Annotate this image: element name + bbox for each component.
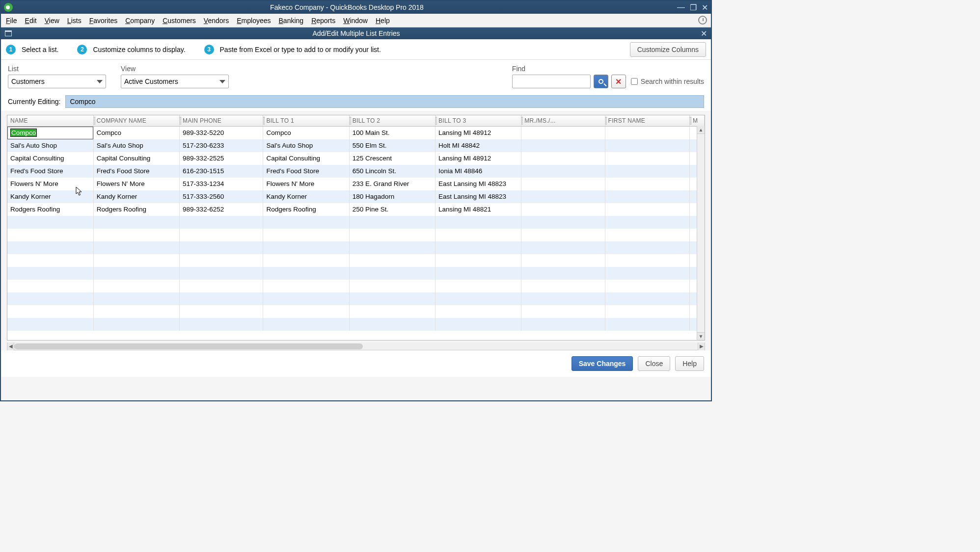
table-cell[interactable]: [521, 165, 605, 178]
scroll-right-icon[interactable]: ▶: [698, 342, 705, 350]
data-table[interactable]: NAMECOMPANY NAMEMAIN PHONEBILL TO 1BILL …: [7, 115, 705, 331]
table-cell[interactable]: [521, 216, 605, 229]
table-cell[interactable]: 616-230-1515: [180, 165, 263, 178]
column-header[interactable]: COMPANY NAME: [93, 115, 179, 127]
menu-item-window[interactable]: Window: [343, 17, 368, 25]
table-cell[interactable]: [605, 305, 689, 318]
table-cell[interactable]: [605, 229, 689, 241]
table-cell[interactable]: [349, 229, 435, 241]
table-cell[interactable]: [263, 254, 349, 267]
table-cell[interactable]: [7, 318, 93, 331]
table-cell[interactable]: [605, 127, 689, 139]
table-cell[interactable]: [180, 267, 263, 280]
table-cell[interactable]: [605, 203, 689, 216]
table-cell[interactable]: East Lansing MI 48823: [435, 178, 521, 190]
menu-item-file[interactable]: File: [6, 17, 17, 25]
table-cell[interactable]: Kandy Korner: [7, 190, 93, 203]
table-row[interactable]: Sal's Auto ShopSal's Auto Shop517-230-62…: [7, 139, 705, 152]
table-cell[interactable]: Fred's Food Store: [263, 165, 349, 178]
table-cell[interactable]: 989-332-6252: [180, 203, 263, 216]
table-cell[interactable]: 650 Lincoln St.: [349, 165, 435, 178]
reminder-clock-icon[interactable]: [698, 16, 707, 25]
table-row[interactable]: [7, 280, 705, 292]
table-cell[interactable]: [93, 280, 179, 292]
table-cell[interactable]: [435, 254, 521, 267]
column-header[interactable]: BILL TO 1: [263, 115, 349, 127]
table-cell[interactable]: [93, 318, 179, 331]
menu-item-view[interactable]: View: [45, 17, 59, 25]
table-cell[interactable]: [93, 254, 179, 267]
table-cell[interactable]: [7, 280, 93, 292]
table-cell[interactable]: [521, 292, 605, 305]
table-cell[interactable]: 517-230-6233: [180, 139, 263, 152]
table-row[interactable]: CompcoCompco989-332-5220Compco100 Main S…: [7, 127, 705, 139]
table-cell[interactable]: [605, 241, 689, 254]
column-header[interactable]: BILL TO 3: [435, 115, 521, 127]
menu-item-edit[interactable]: Edit: [25, 17, 37, 25]
table-row[interactable]: [7, 241, 705, 254]
close-button[interactable]: Close: [638, 356, 670, 371]
table-cell[interactable]: Flowers N' More: [93, 178, 179, 190]
column-header[interactable]: FIRST NAME: [605, 115, 689, 127]
table-cell[interactable]: [521, 305, 605, 318]
table-cell[interactable]: [605, 139, 689, 152]
table-cell[interactable]: Flowers N' More: [7, 178, 93, 190]
table-cell[interactable]: [180, 280, 263, 292]
table-cell[interactable]: [263, 280, 349, 292]
table-row[interactable]: Kandy KornerKandy Korner517-333-2560Kand…: [7, 190, 705, 203]
maximize-icon[interactable]: ❐: [690, 3, 697, 12]
table-cell[interactable]: [349, 280, 435, 292]
table-cell[interactable]: 180 Hagadorn: [349, 190, 435, 203]
table-cell[interactable]: [349, 254, 435, 267]
table-cell[interactable]: [93, 229, 179, 241]
table-cell[interactable]: [521, 127, 605, 139]
table-cell[interactable]: [435, 292, 521, 305]
table-cell[interactable]: [521, 178, 605, 190]
column-header[interactable]: BILL TO 2: [349, 115, 435, 127]
table-cell[interactable]: [93, 292, 179, 305]
table-cell[interactable]: [7, 216, 93, 229]
subwindow-close-icon[interactable]: ✕: [701, 29, 707, 38]
currently-editing-field[interactable]: Compco: [65, 95, 704, 108]
table-cell[interactable]: 517-333-2560: [180, 190, 263, 203]
table-cell[interactable]: [180, 318, 263, 331]
scroll-down-icon[interactable]: ▼: [697, 332, 705, 340]
table-cell[interactable]: [180, 229, 263, 241]
table-cell[interactable]: Holt MI 48842: [435, 139, 521, 152]
table-cell[interactable]: [93, 267, 179, 280]
table-cell[interactable]: [435, 241, 521, 254]
table-cell[interactable]: 125 Crescent: [349, 152, 435, 165]
vertical-scrollbar[interactable]: ▲ ▼: [697, 126, 705, 340]
table-cell[interactable]: Lansing MI 48912: [435, 152, 521, 165]
table-cell[interactable]: [263, 216, 349, 229]
table-cell[interactable]: [521, 190, 605, 203]
close-icon[interactable]: ✕: [702, 3, 708, 12]
table-cell[interactable]: [435, 280, 521, 292]
table-cell[interactable]: [263, 241, 349, 254]
find-input[interactable]: [512, 75, 591, 88]
table-cell[interactable]: [605, 216, 689, 229]
table-cell[interactable]: [180, 216, 263, 229]
table-cell[interactable]: 989-332-5220: [180, 127, 263, 139]
table-cell[interactable]: [605, 165, 689, 178]
table-cell[interactable]: [605, 190, 689, 203]
menu-item-vendors[interactable]: Vendors: [204, 17, 229, 25]
table-cell[interactable]: Capital Consulting: [93, 152, 179, 165]
table-cell[interactable]: [435, 318, 521, 331]
table-cell[interactable]: [605, 254, 689, 267]
table-cell[interactable]: [521, 254, 605, 267]
table-row[interactable]: [7, 305, 705, 318]
table-cell[interactable]: [521, 280, 605, 292]
table-cell[interactable]: [605, 318, 689, 331]
column-header[interactable]: MR./MS./...: [521, 115, 605, 127]
customize-columns-button[interactable]: Customize Columns: [630, 42, 706, 57]
table-cell[interactable]: Compco: [93, 127, 179, 139]
table-cell[interactable]: [180, 241, 263, 254]
table-cell[interactable]: [7, 241, 93, 254]
table-cell[interactable]: Compco: [263, 127, 349, 139]
scroll-up-icon[interactable]: ▲: [697, 126, 705, 134]
table-cell[interactable]: Compco: [7, 127, 93, 139]
column-header[interactable]: M: [689, 115, 704, 127]
table-row[interactable]: [7, 229, 705, 241]
menu-item-favorites[interactable]: Favorites: [89, 17, 118, 25]
